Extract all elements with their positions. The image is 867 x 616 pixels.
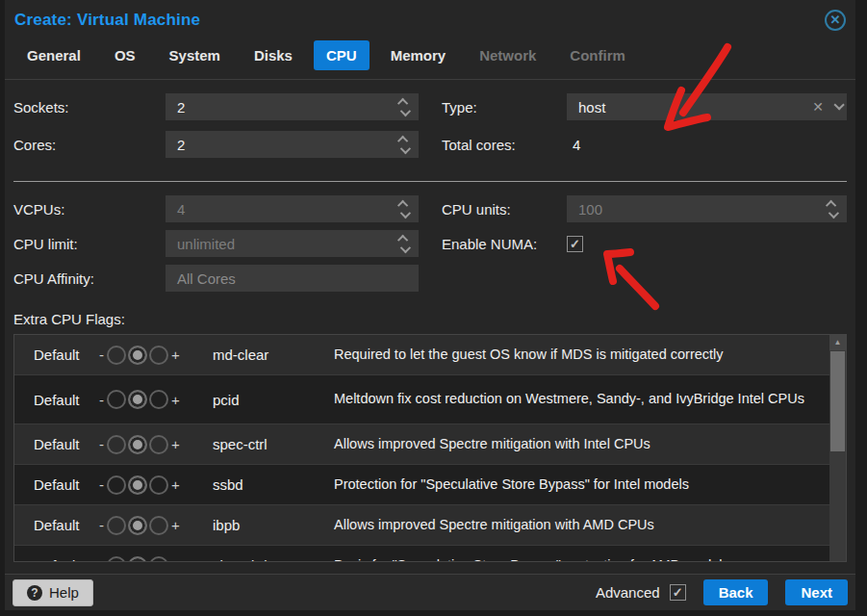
scrollbar-thumb[interactable]: [830, 351, 845, 451]
cpu-units-label: CPU units:: [442, 201, 567, 218]
flag-name: md-clear: [213, 346, 334, 363]
plus-icon[interactable]: +: [171, 346, 180, 363]
slider-off-option[interactable]: [107, 475, 126, 495]
flag-state: Default: [14, 436, 99, 452]
slider-default-option[interactable]: [128, 390, 147, 409]
scroll-up-icon[interactable]: ▲: [829, 335, 846, 350]
wizard-tabbar: General OS System Disks CPU Memory Netwo…: [5, 40, 855, 80]
minus-icon[interactable]: -: [99, 557, 104, 561]
tab-general[interactable]: General: [14, 40, 93, 70]
help-button[interactable]: ? Help: [13, 579, 93, 606]
vcpus-input: 4: [166, 195, 419, 222]
slider-default-option[interactable]: [128, 556, 147, 562]
chevron-down-icon[interactable]: [833, 99, 844, 110]
vcpus-value: 4: [177, 201, 185, 218]
table-scrollbar[interactable]: ▲: [829, 335, 846, 561]
plus-icon[interactable]: +: [171, 436, 180, 452]
extra-cpu-flags-label: Extra CPU Flags:: [13, 311, 847, 327]
next-button[interactable]: Next: [785, 579, 848, 605]
minus-icon[interactable]: -: [99, 436, 104, 452]
table-row[interactable]: Default - + pcid Meltdown fix cost reduc…: [14, 375, 829, 424]
slider-off-option[interactable]: [107, 556, 126, 562]
flag-name: virt-ssbd: [213, 557, 334, 561]
table-row[interactable]: Default - + ssbd Protection for "Specula…: [14, 465, 829, 505]
minus-icon[interactable]: -: [99, 517, 104, 533]
minus-icon[interactable]: -: [99, 346, 104, 363]
vcpus-spinner: [395, 195, 413, 222]
cpu-units-row: CPU units: 100: [442, 195, 847, 222]
tab-system[interactable]: System: [157, 40, 233, 70]
table-row[interactable]: Default - + virt-ssbd Basis for "Specula…: [14, 546, 829, 561]
tab-cpu[interactable]: CPU: [314, 40, 370, 70]
cpu-limit-row: CPU limit: unlimited: [13, 230, 419, 257]
tab-network: Network: [467, 40, 548, 70]
cpu-affinity-input[interactable]: All Cores: [166, 265, 419, 292]
sockets-spinner[interactable]: [395, 93, 413, 120]
flag-slider: - +: [99, 516, 213, 535]
tab-disks[interactable]: Disks: [242, 40, 305, 70]
vcpus-label: VCPUs:: [13, 201, 166, 218]
tab-memory[interactable]: Memory: [378, 40, 459, 70]
flag-description: Required to let the guest OS know if MDS…: [334, 346, 829, 365]
back-button[interactable]: Back: [703, 579, 769, 605]
slider-on-option[interactable]: [149, 435, 168, 454]
slider-on-option[interactable]: [149, 346, 168, 365]
sockets-input[interactable]: 2: [166, 93, 419, 120]
advanced-checkbox[interactable]: ✓: [670, 584, 686, 601]
slider-default-option[interactable]: [128, 346, 147, 365]
cpu-flags-table: Default - + md-clear Required to let the…: [13, 334, 847, 562]
slider-default-option[interactable]: [128, 475, 147, 495]
plus-icon[interactable]: +: [171, 392, 180, 408]
cpu-form: Sockets: 2 Type: host ✕: [5, 80, 855, 574]
plus-icon[interactable]: +: [171, 476, 180, 493]
vcpus-row: VCPUs: 4: [13, 195, 419, 222]
cpu-limit-spinner: [395, 230, 413, 257]
tab-os[interactable]: OS: [102, 40, 148, 70]
help-icon: ?: [27, 585, 42, 601]
slider-on-option[interactable]: [149, 556, 168, 562]
type-value: host: [578, 99, 605, 116]
slider-off-option[interactable]: [107, 516, 126, 535]
clear-icon[interactable]: ✕: [812, 99, 824, 115]
flag-slider: - +: [99, 390, 213, 409]
flag-description: Meltdown fix cost reduction on Westmere,…: [334, 390, 829, 409]
flag-description: Basis for "Speculative Store Bypass" pro…: [334, 556, 829, 561]
total-cores-row: Total cores: 4: [442, 131, 847, 158]
table-row[interactable]: Default - + md-clear Required to let the…: [14, 335, 829, 375]
enable-numa-label: Enable NUMA:: [442, 236, 567, 252]
dialog-title: Create: Virtual Machine: [14, 11, 200, 30]
slider-on-option[interactable]: [149, 516, 168, 535]
type-combobox[interactable]: host ✕: [567, 93, 847, 120]
slider-off-option[interactable]: [107, 346, 126, 365]
plus-icon[interactable]: +: [171, 517, 180, 533]
slider-off-option[interactable]: [107, 435, 126, 454]
type-row: Type: host ✕: [442, 93, 847, 120]
plus-icon[interactable]: +: [171, 557, 180, 561]
table-row[interactable]: Default - + ibpb Allows improved Spectre…: [14, 505, 829, 546]
slider-on-option[interactable]: [149, 475, 168, 495]
slider-default-option[interactable]: [128, 516, 147, 535]
cpu-affinity-row: CPU Affinity: All Cores: [13, 265, 419, 292]
enable-numa-checkbox[interactable]: ✓: [567, 236, 583, 252]
advanced-label: Advanced: [596, 584, 660, 601]
flag-name: spec-ctrl: [213, 436, 334, 452]
cpu-units-spinner: [824, 195, 841, 222]
close-icon[interactable]: ✕: [825, 10, 846, 31]
total-cores-value: 4: [567, 137, 580, 153]
flag-slider: - +: [99, 346, 213, 365]
slider-off-option[interactable]: [107, 390, 126, 409]
table-row[interactable]: Default - + spec-ctrl Allows improved Sp…: [14, 424, 829, 465]
cores-input[interactable]: 2: [166, 131, 419, 158]
cores-row: Cores: 2: [13, 131, 419, 158]
flag-slider: - +: [99, 475, 213, 495]
cores-value: 2: [177, 137, 185, 153]
flag-name: pcid: [213, 392, 334, 408]
cores-spinner[interactable]: [395, 131, 413, 158]
slider-on-option[interactable]: [149, 390, 168, 409]
cpu-affinity-label: CPU Affinity:: [13, 270, 166, 287]
cpu-units-input: 100: [567, 195, 847, 222]
minus-icon[interactable]: -: [99, 392, 104, 408]
minus-icon[interactable]: -: [99, 476, 104, 493]
slider-default-option[interactable]: [128, 435, 147, 454]
flag-description: Allows improved Spectre mitigation with …: [334, 435, 829, 454]
